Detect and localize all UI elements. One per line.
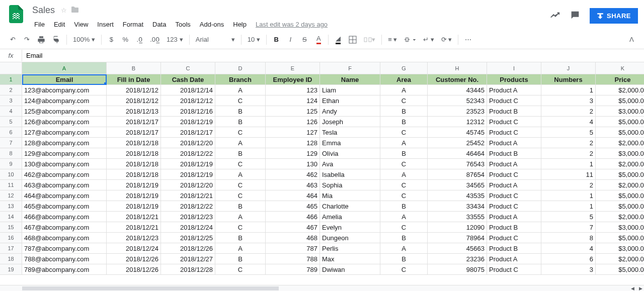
header-cell[interactable]: Products: [487, 74, 541, 85]
row-header-18[interactable]: 18: [0, 254, 22, 264]
cell[interactable]: Tesla: [320, 127, 380, 138]
borders-button[interactable]: [346, 33, 360, 46]
cell[interactable]: 2018/12/19: [107, 190, 161, 201]
cell[interactable]: Perlis: [320, 243, 380, 254]
currency-button[interactable]: $: [105, 33, 118, 46]
cell[interactable]: 33434: [428, 201, 487, 212]
cell[interactable]: 2018/12/19: [161, 169, 215, 180]
cell[interactable]: 4: [541, 117, 596, 127]
cell[interactable]: 464: [266, 190, 320, 201]
cell[interactable]: 467: [266, 222, 320, 233]
cell[interactable]: B: [380, 201, 428, 212]
cell[interactable]: Dungeon: [320, 233, 380, 243]
cell[interactable]: Product A: [487, 85, 541, 95]
col-header-H[interactable]: H: [428, 62, 487, 74]
cell[interactable]: 468@abcompany.com: [22, 233, 107, 243]
cell[interactable]: $2,000.00: [596, 254, 644, 264]
row-header-16[interactable]: 16: [0, 233, 22, 243]
cell[interactable]: C: [215, 127, 266, 138]
cell[interactable]: 465@abcompany.com: [22, 201, 107, 212]
text-rotation-button[interactable]: ⟳ ▾: [438, 33, 455, 46]
cell[interactable]: Evelyn: [320, 222, 380, 233]
cell[interactable]: 125@abcompany.com: [22, 106, 107, 117]
cell[interactable]: 789: [266, 264, 320, 275]
header-cell[interactable]: Fill in Date: [107, 74, 161, 85]
cell[interactable]: 126: [266, 117, 320, 127]
cell[interactable]: 5: [541, 127, 596, 138]
cell[interactable]: 2018/12/19: [161, 117, 215, 127]
cell[interactable]: $2,000.00: [596, 138, 644, 148]
folder-icon[interactable]: [71, 6, 79, 15]
cell[interactable]: Joseph: [320, 117, 380, 127]
cell[interactable]: 1: [541, 190, 596, 201]
cell[interactable]: 2018/12/12: [107, 85, 161, 95]
cell[interactable]: 128: [266, 138, 320, 148]
row-header-8[interactable]: 8: [0, 148, 22, 159]
cell[interactable]: 2018/12/19: [161, 159, 215, 169]
cell[interactable]: 2018/12/27: [161, 254, 215, 264]
cell[interactable]: 2018/12/18: [107, 169, 161, 180]
menu-view[interactable]: View: [70, 19, 92, 30]
cell[interactable]: Product B: [487, 243, 541, 254]
cell[interactable]: 787@abcompany.com: [22, 243, 107, 254]
cell[interactable]: Product A: [487, 180, 541, 190]
cell[interactable]: C: [215, 95, 266, 106]
cell[interactable]: 2018/12/19: [107, 201, 161, 212]
share-button[interactable]: SHARE: [590, 8, 638, 24]
select-all-corner[interactable]: [0, 62, 22, 74]
cell[interactable]: 2: [541, 138, 596, 148]
cell[interactable]: 467@abcompany.com: [22, 222, 107, 233]
cell[interactable]: 34565: [428, 180, 487, 190]
cell[interactable]: 33555: [428, 212, 487, 222]
cell[interactable]: 2018/12/23: [161, 212, 215, 222]
merge-button[interactable]: ▾: [361, 33, 378, 46]
row-header-19[interactable]: 19: [0, 264, 22, 275]
col-header-B[interactable]: B: [107, 62, 161, 74]
cell[interactable]: 2018/12/17: [107, 127, 161, 138]
font-size-dropdown[interactable]: 10 ▾: [245, 34, 263, 45]
cell[interactable]: 466: [266, 212, 320, 222]
cell[interactable]: 2018/12/18: [107, 148, 161, 159]
cell[interactable]: A: [215, 212, 266, 222]
row-header-2[interactable]: 2: [0, 85, 22, 95]
cell[interactable]: 98075: [428, 264, 487, 275]
cell[interactable]: Mia: [320, 190, 380, 201]
row-header-6[interactable]: 6: [0, 127, 22, 138]
star-icon[interactable]: ☆: [61, 7, 67, 14]
row-header-10[interactable]: 10: [0, 169, 22, 180]
explore-icon[interactable]: [549, 10, 560, 22]
header-cell[interactable]: Name: [320, 74, 380, 85]
cell[interactable]: 124: [266, 95, 320, 106]
cell[interactable]: 2018/12/25: [161, 233, 215, 243]
cell[interactable]: Sophia: [320, 180, 380, 190]
cell[interactable]: 76543: [428, 159, 487, 169]
row-header-13[interactable]: 13: [0, 201, 22, 212]
more-button[interactable]: ⋯: [461, 33, 474, 46]
row-header-15[interactable]: 15: [0, 222, 22, 233]
cell[interactable]: 2018/12/12: [107, 95, 161, 106]
cell[interactable]: 2018/12/20: [161, 180, 215, 190]
cell[interactable]: 2018/12/14: [161, 85, 215, 95]
col-header-J[interactable]: J: [541, 62, 596, 74]
cell[interactable]: Dwiwan: [320, 264, 380, 275]
sheets-logo[interactable]: [6, 4, 26, 24]
cell[interactable]: 127@abcompany.com: [22, 127, 107, 138]
menu-data[interactable]: Data: [148, 19, 170, 30]
row-header-4[interactable]: 4: [0, 106, 22, 117]
cell[interactable]: 2018/12/17: [107, 117, 161, 127]
comment-icon[interactable]: [570, 10, 581, 22]
header-cell[interactable]: Employee ID: [266, 74, 320, 85]
cell[interactable]: Product C: [487, 190, 541, 201]
cell[interactable]: Liam: [320, 85, 380, 95]
cell[interactable]: B: [380, 254, 428, 264]
cell[interactable]: Product A: [487, 159, 541, 169]
cell[interactable]: Emma: [320, 138, 380, 148]
cell[interactable]: $2,000.00: [596, 212, 644, 222]
cell[interactable]: 2018/12/26: [161, 243, 215, 254]
cell[interactable]: 788: [266, 254, 320, 264]
cell[interactable]: Product C: [487, 127, 541, 138]
cell[interactable]: 2: [541, 106, 596, 117]
cell[interactable]: B: [380, 117, 428, 127]
cell[interactable]: 2018/12/24: [107, 243, 161, 254]
cell[interactable]: C: [380, 264, 428, 275]
